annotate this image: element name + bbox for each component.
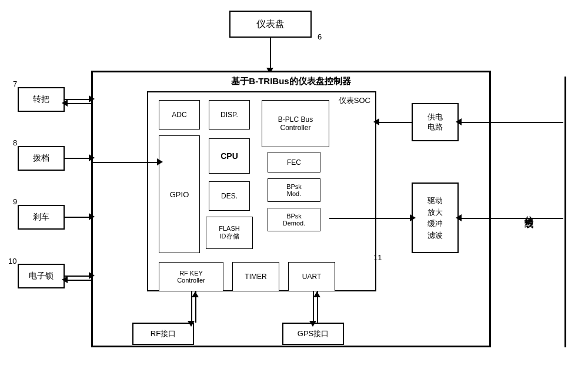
bpsk-mod-box: BPsk Mod. xyxy=(268,178,320,202)
elock-box: 电子锁 xyxy=(18,264,65,288)
signal-line-bar xyxy=(564,77,566,347)
arrowhead-throttle xyxy=(89,95,95,102)
soc-label: 仪表SOC xyxy=(339,95,370,106)
num-7: 7 xyxy=(13,79,17,88)
disp-box: DISP. xyxy=(209,100,250,130)
flash-box: FLASH ID存储 xyxy=(206,217,253,249)
arrow-elock-right xyxy=(65,276,91,277)
arrowhead-gps-up xyxy=(313,291,320,297)
arrow-throttle-back xyxy=(65,103,91,104)
cpu-box: CPU xyxy=(209,138,250,174)
rf-key-box: RF KEY Controller xyxy=(159,262,223,291)
arrowhead-bplc-right xyxy=(410,214,416,221)
arrowhead-throttle-back xyxy=(62,99,68,107)
arrowhead-elock-back xyxy=(62,276,68,283)
bpsk-demod-box: BPsk Demod. xyxy=(268,208,320,231)
drive-box: 驱动 放大 缓冲 滤波 xyxy=(412,182,459,253)
fec-box: FEC xyxy=(268,152,320,172)
arrow-power-left xyxy=(376,122,412,123)
outer-box-label: 基于B-TRIBus的仪表盘控制器 xyxy=(231,76,350,87)
arrow-bplc-right xyxy=(329,218,412,219)
adc-box: ADC xyxy=(159,100,200,130)
arrowhead-gps-down xyxy=(309,321,316,327)
arrowhead-power-left xyxy=(373,118,379,125)
arrow-signal-power xyxy=(459,122,563,123)
arrowhead-signal-power xyxy=(456,118,462,125)
arrow-throttle-right xyxy=(65,99,91,100)
des-box: DES. xyxy=(209,181,250,211)
dashboard-label: 仪表盘 xyxy=(256,18,285,31)
arrow-elock-back xyxy=(65,280,91,281)
arrowhead-rfkey-up xyxy=(192,291,199,297)
diagram-container: 仪表盘 6 基于B-TRIBus的仪表盘控制器 仪表SOC ADC DISP. … xyxy=(0,0,588,375)
signal-line-label: 信号线 xyxy=(523,209,534,214)
arrow-brake-right xyxy=(65,217,91,218)
num-11: 11 xyxy=(373,253,382,262)
arrowhead-elock xyxy=(89,272,95,279)
arrowhead-left-to-gpio xyxy=(157,158,163,165)
power-box: 供电 电路 xyxy=(412,103,459,141)
arrow-gear-right xyxy=(65,158,91,159)
num-8: 8 xyxy=(13,138,17,147)
brake-box: 刹车 xyxy=(18,205,65,230)
timer-box: TIMER xyxy=(232,262,279,291)
rf-interface-box: RF接口 xyxy=(132,323,194,345)
arrowhead-gear xyxy=(89,154,95,161)
throttle-box: 转把 xyxy=(18,87,65,112)
dashboard-box: 仪表盘 xyxy=(229,11,312,38)
arrow-signal-drive xyxy=(459,218,563,219)
arrowhead-brake xyxy=(89,213,95,220)
gpio-box: GPIO xyxy=(159,135,200,253)
gear-box: 拨档 xyxy=(18,146,65,171)
bplc-box: B-PLC Bus Controller xyxy=(262,100,329,147)
num-6: 6 xyxy=(318,32,322,41)
num-10: 10 xyxy=(8,257,16,266)
arrow-left-to-gpio xyxy=(91,162,159,163)
arrowhead-signal-drive xyxy=(456,214,462,221)
num-9: 9 xyxy=(13,197,17,206)
arrowhead-rfkey-down xyxy=(188,321,195,327)
arrow-dashboard-down xyxy=(270,38,271,70)
uart-box: UART xyxy=(288,262,335,291)
